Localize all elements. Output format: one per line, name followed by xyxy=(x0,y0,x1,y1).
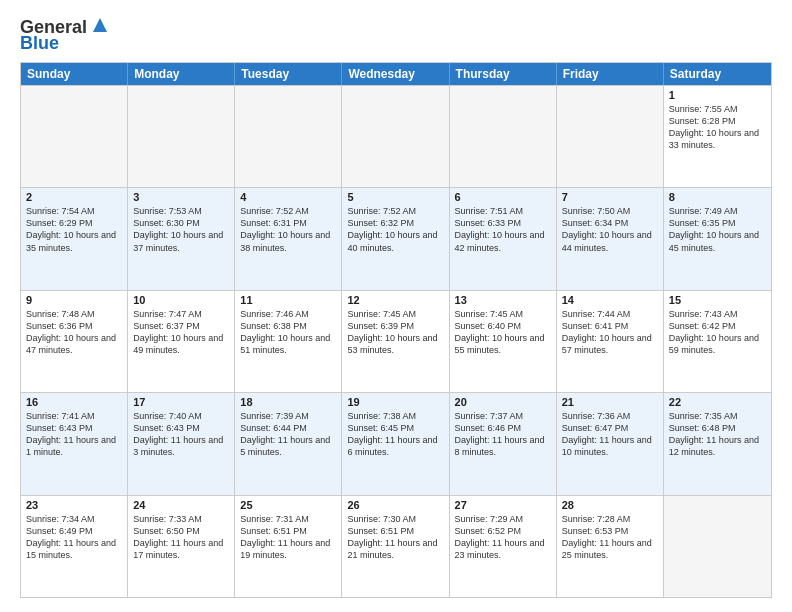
day-info: Sunrise: 7:28 AM Sunset: 6:53 PM Dayligh… xyxy=(562,513,658,562)
day-cell-1: 1Sunrise: 7:55 AM Sunset: 6:28 PM Daylig… xyxy=(664,86,771,187)
day-number: 3 xyxy=(133,191,229,203)
day-info: Sunrise: 7:29 AM Sunset: 6:52 PM Dayligh… xyxy=(455,513,551,562)
day-cell-22: 22Sunrise: 7:35 AM Sunset: 6:48 PM Dayli… xyxy=(664,393,771,494)
day-number: 8 xyxy=(669,191,766,203)
day-cell-13: 13Sunrise: 7:45 AM Sunset: 6:40 PM Dayli… xyxy=(450,291,557,392)
calendar: SundayMondayTuesdayWednesdayThursdayFrid… xyxy=(20,62,772,598)
day-number: 11 xyxy=(240,294,336,306)
day-cell-12: 12Sunrise: 7:45 AM Sunset: 6:39 PM Dayli… xyxy=(342,291,449,392)
empty-cell xyxy=(664,496,771,597)
day-cell-14: 14Sunrise: 7:44 AM Sunset: 6:41 PM Dayli… xyxy=(557,291,664,392)
logo: General Blue xyxy=(20,18,111,54)
day-info: Sunrise: 7:34 AM Sunset: 6:49 PM Dayligh… xyxy=(26,513,122,562)
day-cell-24: 24Sunrise: 7:33 AM Sunset: 6:50 PM Dayli… xyxy=(128,496,235,597)
day-number: 1 xyxy=(669,89,766,101)
day-info: Sunrise: 7:38 AM Sunset: 6:45 PM Dayligh… xyxy=(347,410,443,459)
calendar-header: SundayMondayTuesdayWednesdayThursdayFrid… xyxy=(21,63,771,85)
day-header-sunday: Sunday xyxy=(21,63,128,85)
calendar-body: 1Sunrise: 7:55 AM Sunset: 6:28 PM Daylig… xyxy=(21,85,771,597)
day-number: 9 xyxy=(26,294,122,306)
day-cell-27: 27Sunrise: 7:29 AM Sunset: 6:52 PM Dayli… xyxy=(450,496,557,597)
day-info: Sunrise: 7:50 AM Sunset: 6:34 PM Dayligh… xyxy=(562,205,658,254)
day-header-tuesday: Tuesday xyxy=(235,63,342,85)
day-info: Sunrise: 7:55 AM Sunset: 6:28 PM Dayligh… xyxy=(669,103,766,152)
day-info: Sunrise: 7:53 AM Sunset: 6:30 PM Dayligh… xyxy=(133,205,229,254)
day-header-monday: Monday xyxy=(128,63,235,85)
day-number: 15 xyxy=(669,294,766,306)
day-number: 24 xyxy=(133,499,229,511)
empty-cell xyxy=(21,86,128,187)
day-cell-10: 10Sunrise: 7:47 AM Sunset: 6:37 PM Dayli… xyxy=(128,291,235,392)
empty-cell xyxy=(342,86,449,187)
day-cell-16: 16Sunrise: 7:41 AM Sunset: 6:43 PM Dayli… xyxy=(21,393,128,494)
day-cell-6: 6Sunrise: 7:51 AM Sunset: 6:33 PM Daylig… xyxy=(450,188,557,289)
day-number: 14 xyxy=(562,294,658,306)
day-info: Sunrise: 7:45 AM Sunset: 6:40 PM Dayligh… xyxy=(455,308,551,357)
logo-icon xyxy=(89,14,111,36)
day-info: Sunrise: 7:39 AM Sunset: 6:44 PM Dayligh… xyxy=(240,410,336,459)
day-cell-28: 28Sunrise: 7:28 AM Sunset: 6:53 PM Dayli… xyxy=(557,496,664,597)
day-number: 26 xyxy=(347,499,443,511)
day-number: 21 xyxy=(562,396,658,408)
empty-cell xyxy=(235,86,342,187)
day-info: Sunrise: 7:33 AM Sunset: 6:50 PM Dayligh… xyxy=(133,513,229,562)
day-info: Sunrise: 7:41 AM Sunset: 6:43 PM Dayligh… xyxy=(26,410,122,459)
day-cell-18: 18Sunrise: 7:39 AM Sunset: 6:44 PM Dayli… xyxy=(235,393,342,494)
calendar-row-3: 16Sunrise: 7:41 AM Sunset: 6:43 PM Dayli… xyxy=(21,392,771,494)
day-number: 6 xyxy=(455,191,551,203)
logo-blue: Blue xyxy=(20,34,59,54)
day-number: 7 xyxy=(562,191,658,203)
day-info: Sunrise: 7:49 AM Sunset: 6:35 PM Dayligh… xyxy=(669,205,766,254)
day-number: 28 xyxy=(562,499,658,511)
day-info: Sunrise: 7:31 AM Sunset: 6:51 PM Dayligh… xyxy=(240,513,336,562)
day-header-thursday: Thursday xyxy=(450,63,557,85)
day-cell-7: 7Sunrise: 7:50 AM Sunset: 6:34 PM Daylig… xyxy=(557,188,664,289)
day-cell-4: 4Sunrise: 7:52 AM Sunset: 6:31 PM Daylig… xyxy=(235,188,342,289)
day-cell-2: 2Sunrise: 7:54 AM Sunset: 6:29 PM Daylig… xyxy=(21,188,128,289)
day-cell-11: 11Sunrise: 7:46 AM Sunset: 6:38 PM Dayli… xyxy=(235,291,342,392)
day-info: Sunrise: 7:30 AM Sunset: 6:51 PM Dayligh… xyxy=(347,513,443,562)
day-cell-19: 19Sunrise: 7:38 AM Sunset: 6:45 PM Dayli… xyxy=(342,393,449,494)
day-number: 16 xyxy=(26,396,122,408)
day-header-friday: Friday xyxy=(557,63,664,85)
day-number: 18 xyxy=(240,396,336,408)
day-number: 10 xyxy=(133,294,229,306)
day-number: 27 xyxy=(455,499,551,511)
day-info: Sunrise: 7:52 AM Sunset: 6:31 PM Dayligh… xyxy=(240,205,336,254)
day-number: 22 xyxy=(669,396,766,408)
day-info: Sunrise: 7:54 AM Sunset: 6:29 PM Dayligh… xyxy=(26,205,122,254)
day-number: 12 xyxy=(347,294,443,306)
day-cell-9: 9Sunrise: 7:48 AM Sunset: 6:36 PM Daylig… xyxy=(21,291,128,392)
day-cell-5: 5Sunrise: 7:52 AM Sunset: 6:32 PM Daylig… xyxy=(342,188,449,289)
day-number: 5 xyxy=(347,191,443,203)
day-info: Sunrise: 7:52 AM Sunset: 6:32 PM Dayligh… xyxy=(347,205,443,254)
day-cell-20: 20Sunrise: 7:37 AM Sunset: 6:46 PM Dayli… xyxy=(450,393,557,494)
empty-cell xyxy=(557,86,664,187)
day-info: Sunrise: 7:51 AM Sunset: 6:33 PM Dayligh… xyxy=(455,205,551,254)
day-info: Sunrise: 7:46 AM Sunset: 6:38 PM Dayligh… xyxy=(240,308,336,357)
calendar-row-0: 1Sunrise: 7:55 AM Sunset: 6:28 PM Daylig… xyxy=(21,85,771,187)
day-number: 2 xyxy=(26,191,122,203)
day-info: Sunrise: 7:47 AM Sunset: 6:37 PM Dayligh… xyxy=(133,308,229,357)
day-cell-8: 8Sunrise: 7:49 AM Sunset: 6:35 PM Daylig… xyxy=(664,188,771,289)
day-number: 19 xyxy=(347,396,443,408)
day-info: Sunrise: 7:43 AM Sunset: 6:42 PM Dayligh… xyxy=(669,308,766,357)
day-number: 13 xyxy=(455,294,551,306)
day-cell-25: 25Sunrise: 7:31 AM Sunset: 6:51 PM Dayli… xyxy=(235,496,342,597)
day-info: Sunrise: 7:44 AM Sunset: 6:41 PM Dayligh… xyxy=(562,308,658,357)
day-header-saturday: Saturday xyxy=(664,63,771,85)
day-info: Sunrise: 7:48 AM Sunset: 6:36 PM Dayligh… xyxy=(26,308,122,357)
empty-cell xyxy=(450,86,557,187)
day-info: Sunrise: 7:36 AM Sunset: 6:47 PM Dayligh… xyxy=(562,410,658,459)
day-number: 4 xyxy=(240,191,336,203)
day-info: Sunrise: 7:37 AM Sunset: 6:46 PM Dayligh… xyxy=(455,410,551,459)
calendar-row-2: 9Sunrise: 7:48 AM Sunset: 6:36 PM Daylig… xyxy=(21,290,771,392)
day-cell-26: 26Sunrise: 7:30 AM Sunset: 6:51 PM Dayli… xyxy=(342,496,449,597)
day-cell-21: 21Sunrise: 7:36 AM Sunset: 6:47 PM Dayli… xyxy=(557,393,664,494)
calendar-row-4: 23Sunrise: 7:34 AM Sunset: 6:49 PM Dayli… xyxy=(21,495,771,597)
day-number: 17 xyxy=(133,396,229,408)
empty-cell xyxy=(128,86,235,187)
calendar-row-1: 2Sunrise: 7:54 AM Sunset: 6:29 PM Daylig… xyxy=(21,187,771,289)
day-info: Sunrise: 7:45 AM Sunset: 6:39 PM Dayligh… xyxy=(347,308,443,357)
page: General Blue SundayMondayTuesdayWednesda… xyxy=(0,0,792,612)
